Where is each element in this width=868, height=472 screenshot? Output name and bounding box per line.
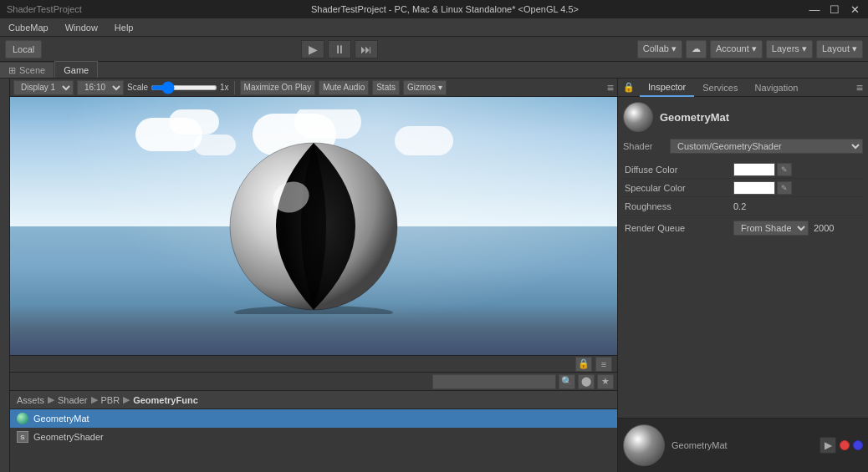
cloud-2	[169, 109, 219, 134]
breadcrumb-sep-3: ▶	[123, 394, 130, 405]
bottom-preview-sphere	[623, 424, 665, 466]
roughness-value: 0.2	[733, 201, 746, 211]
toolbar-separator	[234, 81, 235, 94]
tag-button[interactable]: ⬤	[578, 374, 595, 389]
shader-dropdown[interactable]: Custom/GeometryShader	[670, 139, 863, 154]
tab-scene[interactable]: ⊞ Scene	[0, 63, 54, 78]
render-queue-dropdown[interactable]: From Shader	[733, 221, 809, 236]
roughness-label: Roughness	[625, 201, 733, 211]
material-name: GeometryMat	[660, 111, 729, 124]
diffuse-color-label: Diffuse Color	[625, 165, 733, 175]
specular-color-picker[interactable]	[733, 181, 775, 195]
scale-label: Scale	[127, 83, 148, 92]
list-item-geometryshader[interactable]: S GeometryShader	[10, 428, 617, 446]
inspector-bottom-preview: GeometryMat ▶	[618, 418, 868, 472]
stats-button[interactable]: Stats	[372, 80, 400, 95]
close-button[interactable]: ✕	[848, 3, 861, 16]
title-bar: ShaderTestProject ShaderTestProject - PC…	[0, 0, 868, 18]
local-button[interactable]: Local	[5, 40, 42, 58]
cloud-button[interactable]: ☁	[686, 40, 707, 58]
breadcrumb: Assets ▶ Shader ▶ PBR ▶ GeometryFunc	[10, 391, 617, 409]
specular-color-label: Specular Color	[625, 183, 733, 193]
diffuse-color-row: Diffuse Color ✎	[623, 160, 863, 179]
breadcrumb-pbr[interactable]: PBR	[101, 395, 120, 405]
scale-container: Scale 1x	[127, 83, 229, 92]
pause-button[interactable]: ⏸	[328, 40, 351, 58]
preview-play-button[interactable]: ▶	[819, 437, 836, 454]
preview-controls: ▶	[819, 437, 863, 454]
search-button[interactable]: 🔍	[559, 374, 575, 389]
minimize-button[interactable]: —	[808, 3, 821, 16]
scene-tab-icon: ⊞	[8, 65, 16, 76]
specular-color-row: Specular Color ✎	[623, 179, 863, 197]
roughness-row: Roughness 0.2	[623, 197, 863, 216]
menu-cubemap[interactable]: CubeMap	[5, 21, 52, 34]
render-queue-label: Render Queue	[625, 223, 733, 233]
tab-inspector[interactable]: Inspector	[640, 79, 694, 97]
material-icon	[17, 413, 28, 424]
list-item-geometrymat[interactable]: GeometryMat	[10, 409, 617, 428]
scene-tab-label: Scene	[19, 65, 45, 75]
shader-label: Shader	[623, 141, 665, 151]
mute-audio-button[interactable]: Mute Audio	[319, 80, 369, 95]
sphere	[226, 139, 401, 314]
bottom-preview-label: GeometryMat	[671, 440, 728, 450]
menu-bar: CubeMap Window Help	[0, 18, 868, 37]
breadcrumb-shader[interactable]: Shader	[58, 395, 87, 405]
aspect-select[interactable]: 16:10	[77, 80, 124, 95]
display-select[interactable]: Display 1	[13, 80, 74, 95]
material-header: GeometryMat	[623, 102, 863, 132]
tab-game[interactable]: Game	[54, 61, 98, 78]
asset-panel: 🔍 ⬤ ★ Assets ▶ Shader ▶ PBR ▶ GeometryFu…	[10, 372, 617, 472]
lock-inspector-icon[interactable]: 🔒	[618, 80, 640, 94]
asset-list: GeometryMat S GeometryShader	[10, 409, 617, 472]
gizmos-button[interactable]: Gizmos ▾	[403, 80, 447, 95]
shader-icon: S	[17, 431, 28, 443]
menu-help[interactable]: Help	[111, 21, 137, 34]
game-tab-label: Game	[64, 65, 89, 75]
diffuse-color-picker[interactable]	[733, 163, 775, 176]
breadcrumb-geometryfunc[interactable]: GeometryFunc	[133, 395, 198, 405]
maximize-button[interactable]: ☐	[828, 3, 841, 16]
left-panel	[0, 79, 10, 472]
favorite-button[interactable]: ★	[597, 374, 614, 389]
layout-button[interactable]: Layout ▾	[816, 40, 863, 58]
tab-services[interactable]: Services	[694, 79, 746, 97]
game-toolbar: Display 1 16:10 Scale 1x Maximize On Pla…	[10, 79, 617, 97]
shader-row: Shader Custom/GeometryShader	[623, 139, 863, 154]
breadcrumb-sep-1: ▶	[48, 394, 54, 405]
preview-rec-indicator	[840, 440, 850, 450]
layers-button[interactable]: Layers ▾	[766, 40, 813, 58]
diffuse-edit-button[interactable]: ✎	[777, 163, 792, 176]
material-preview-sphere	[623, 102, 653, 132]
sphere-svg	[226, 139, 401, 314]
cloud-5	[395, 126, 453, 155]
asset-toolbar: 🔍 ⬤ ★	[10, 373, 617, 391]
breadcrumb-assets[interactable]: Assets	[17, 395, 44, 405]
center-panel: Display 1 16:10 Scale 1x Maximize On Pla…	[10, 79, 617, 472]
inspector-options-icon[interactable]: ≡	[851, 79, 868, 96]
view-icon[interactable]: ≡	[595, 357, 612, 372]
lock-icon[interactable]: 🔒	[575, 357, 592, 372]
step-button[interactable]: ⏭	[355, 40, 378, 58]
menu-window[interactable]: Window	[62, 21, 101, 34]
collab-button[interactable]: Collab ▾	[637, 40, 682, 58]
render-queue-row: Render Queue From Shader 2000	[623, 219, 863, 237]
account-button[interactable]: Account ▾	[710, 40, 763, 58]
cloud-4	[294, 109, 361, 139]
main-toolbar: Local ▶ ⏸ ⏭ Collab ▾ ☁ Account ▾ Layers …	[0, 37, 868, 62]
game-bottom-bar: 🔒 ≡	[10, 355, 617, 372]
specular-edit-button[interactable]: ✎	[777, 181, 792, 195]
inspector-panel: 🔒 Inspector Services Navigation ≡ Geomet…	[617, 79, 868, 472]
scale-value: 1x	[220, 83, 229, 92]
search-input[interactable]	[432, 374, 556, 389]
play-button[interactable]: ▶	[301, 40, 324, 58]
view-options-icon[interactable]: ≡	[607, 81, 614, 94]
main-area: Display 1 16:10 Scale 1x Maximize On Pla…	[0, 79, 868, 472]
scale-slider[interactable]	[151, 85, 217, 90]
tab-navigation[interactable]: Navigation	[746, 79, 806, 97]
maximize-on-play-button[interactable]: Maximize On Play	[240, 80, 316, 95]
game-viewport	[10, 97, 617, 355]
asset-name-geometrymat: GeometryMat	[33, 414, 89, 424]
asset-name-geometryshader: GeometryShader	[33, 432, 104, 442]
